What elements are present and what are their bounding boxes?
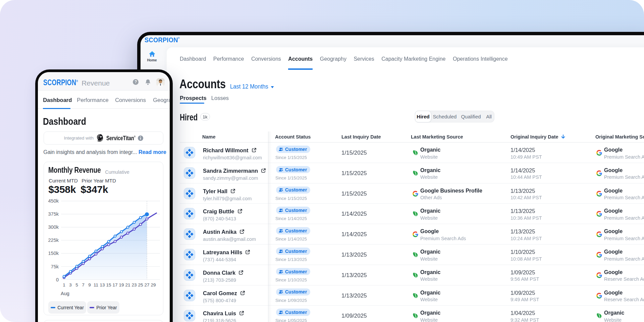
svg-text:11: 11 xyxy=(94,282,98,287)
svg-text:25: 25 xyxy=(138,282,143,287)
svg-text:Aug: Aug xyxy=(61,291,69,296)
svg-text:225k: 225k xyxy=(48,238,59,243)
svg-text:15: 15 xyxy=(106,282,111,287)
svg-text:13: 13 xyxy=(100,282,105,287)
svg-text:17: 17 xyxy=(113,282,118,287)
svg-text:9: 9 xyxy=(88,282,91,287)
svg-text:150k: 150k xyxy=(48,251,59,256)
svg-text:27: 27 xyxy=(145,282,150,287)
svg-text:75k: 75k xyxy=(51,264,59,269)
svg-text:3: 3 xyxy=(69,282,72,287)
svg-text:375k: 375k xyxy=(48,211,59,217)
svg-text:5: 5 xyxy=(75,282,78,287)
svg-text:450k: 450k xyxy=(48,198,59,204)
svg-text:21: 21 xyxy=(125,282,130,287)
svg-text:1: 1 xyxy=(63,282,65,287)
svg-text:0: 0 xyxy=(56,277,59,282)
svg-text:29: 29 xyxy=(151,282,156,287)
svg-text:300k: 300k xyxy=(48,225,59,230)
svg-text:23: 23 xyxy=(132,282,137,287)
svg-text:7: 7 xyxy=(82,282,85,287)
svg-text:19: 19 xyxy=(119,282,124,287)
